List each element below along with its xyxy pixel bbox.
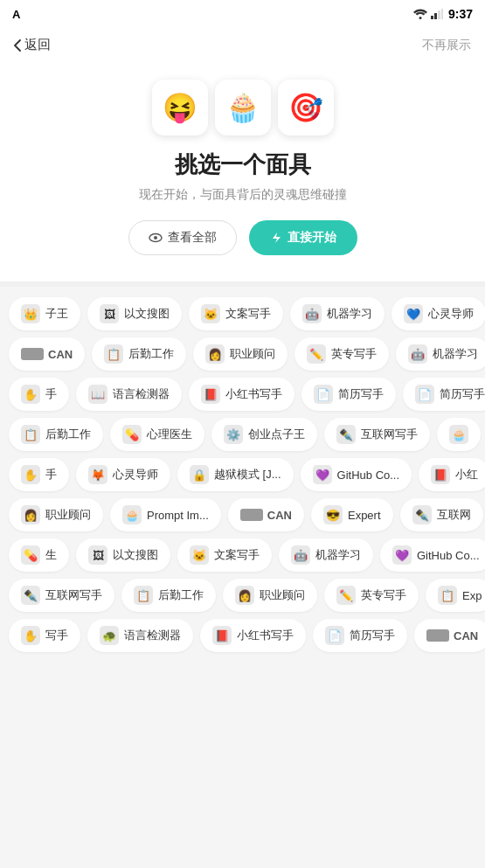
card-item-0-2[interactable]: 🐱文案写手	[189, 297, 283, 330]
card-item-8-2[interactable]: 📕小红书写手	[200, 619, 306, 652]
card-item-7-2[interactable]: 👩职业顾问	[223, 579, 317, 612]
can-label: CAN	[454, 629, 478, 642]
card-icon: 💜	[313, 465, 332, 484]
card-label: 机器学习	[433, 346, 478, 362]
card-item-2-2[interactable]: 📕小红书写手	[189, 378, 294, 411]
card-item-4-1[interactable]: 🦊心灵导师	[76, 458, 170, 491]
card-item-8-0[interactable]: ✋写手	[9, 619, 80, 652]
status-left: A	[12, 8, 20, 21]
card-item-2-1[interactable]: 📖语言检测器	[76, 378, 182, 411]
svg-rect-3	[438, 10, 440, 19]
card-label: 语言检测器	[113, 386, 170, 402]
card-item-1-4[interactable]: 🤖机器学习	[396, 337, 485, 371]
card-icon: 💊	[21, 545, 40, 565]
card-icon: 📕	[212, 626, 232, 645]
card-item-2-3[interactable]: 📄简历写手	[301, 378, 396, 411]
card-icon: ✒️	[412, 505, 432, 524]
card-icon: ✋	[21, 626, 40, 645]
card-icon: 📋	[104, 344, 123, 364]
card-item-3-4[interactable]: 🧁	[437, 418, 481, 451]
card-item-3-3[interactable]: ✒️互联网写手	[324, 418, 430, 451]
card-label: 心灵导师	[113, 467, 158, 483]
card-item-8-1[interactable]: 🐢语言检测器	[87, 619, 193, 652]
card-can-1-0[interactable]: CAN	[9, 337, 85, 371]
card-item-5-0[interactable]: 👩职业顾问	[9, 498, 103, 531]
card-item-7-0[interactable]: ✒️互联网写手	[9, 579, 114, 612]
card-icon: 🔒	[190, 465, 209, 484]
card-label: 小红书写手	[225, 386, 282, 402]
card-label: 心灵导师	[428, 306, 474, 322]
card-icon: 🤖	[302, 304, 322, 323]
cards-row-1: CAN📋后勤工作👩职业顾问✏️英专写手🤖机器学习	[0, 334, 485, 374]
card-icon: ✒️	[336, 425, 356, 444]
card-item-2-0[interactable]: ✋手	[9, 378, 69, 411]
status-right: 9:37	[413, 7, 473, 21]
svg-rect-1	[431, 16, 433, 19]
back-button[interactable]: 返回	[14, 37, 51, 53]
svg-rect-2	[434, 13, 437, 19]
emoji-cards: 😝 🧁 🎯	[152, 80, 334, 135]
card-item-4-3[interactable]: 💜GitHub Co...	[301, 458, 412, 491]
card-icon: 📋	[134, 586, 153, 605]
view-all-button[interactable]: 查看全部	[128, 220, 237, 255]
card-item-4-0[interactable]: ✋手	[9, 458, 69, 491]
card-item-5-3[interactable]: 😎Expert	[311, 498, 393, 531]
card-item-6-2[interactable]: 🐱文案写手	[177, 538, 272, 572]
card-item-1-2[interactable]: 👩职业顾问	[193, 337, 288, 371]
card-icon: 📄	[415, 385, 434, 404]
card-can-8-4[interactable]: CAN	[414, 619, 485, 652]
card-icon: 🧁	[122, 505, 142, 524]
card-item-4-4[interactable]: 📕小红	[419, 458, 485, 491]
no-show-button[interactable]: 不再展示	[422, 38, 471, 53]
card-item-6-4[interactable]: 💜GitHub Co...	[380, 538, 485, 572]
card-item-2-4[interactable]: 📄简历写手	[403, 378, 485, 411]
card-item-7-4[interactable]: 📋Exp	[426, 579, 485, 612]
card-item-3-1[interactable]: 💊心理医生	[110, 418, 204, 451]
card-item-8-3[interactable]: 📄简历写手	[313, 619, 407, 652]
cards-row-8: ✋写手🐢语言检测器📕小红书写手📄简历写手CAN	[0, 615, 485, 656]
card-item-3-2[interactable]: ⚙️创业点子王	[211, 418, 317, 451]
card-icon: 🤖	[291, 545, 310, 565]
card-item-6-0[interactable]: 💊生	[9, 538, 69, 572]
card-can-5-2[interactable]: CAN	[228, 498, 304, 531]
cards-row-5: 👩职业顾问🧁Prompt Im...CAN😎Expert✒️互联网	[0, 495, 485, 535]
card-label: 文案写手	[214, 547, 260, 563]
start-button[interactable]: 直接开始	[249, 220, 357, 255]
card-item-1-1[interactable]: 📋后勤工作	[92, 337, 186, 371]
card-label: 心理医生	[147, 427, 192, 442]
emoji-card-1: 😝	[152, 80, 208, 135]
card-label: 手	[45, 386, 57, 402]
card-item-6-1[interactable]: 🖼以文搜图	[76, 538, 170, 572]
card-label: 职业顾问	[230, 346, 275, 362]
card-label: 语言检测器	[124, 628, 181, 643]
card-label: 手	[45, 467, 57, 483]
card-item-7-1[interactable]: 📋后勤工作	[121, 579, 216, 612]
card-item-3-0[interactable]: 📋后勤工作	[9, 418, 103, 451]
card-icon: 💊	[122, 425, 142, 444]
card-icon: 💜	[392, 545, 412, 565]
card-item-5-1[interactable]: 🧁Prompt Im...	[110, 498, 221, 531]
cards-row-4: ✋手🦊心灵导师🔒越狱模式 [J...💜GitHub Co...📕小红	[0, 455, 485, 495]
top-nav: 返回 不再展示	[0, 28, 485, 62]
lightning-icon	[270, 232, 282, 244]
card-icon: 👩	[235, 586, 254, 605]
card-label: 职业顾问	[45, 507, 91, 523]
card-icon: 👩	[205, 344, 225, 364]
card-item-0-1[interactable]: 🖼以文搜图	[87, 297, 182, 330]
card-item-0-3[interactable]: 🤖机器学习	[290, 297, 385, 330]
card-item-1-3[interactable]: ✏️英专写手	[294, 337, 389, 371]
cards-row-3: 📋后勤工作💊心理医生⚙️创业点子王✒️互联网写手🧁	[0, 414, 485, 455]
card-item-5-4[interactable]: ✒️互联网	[400, 498, 483, 531]
card-icon: 🖼	[88, 545, 107, 565]
card-item-6-3[interactable]: 🤖机器学习	[279, 538, 373, 572]
card-icon: 🐢	[100, 626, 119, 645]
card-label: 小红书写手	[237, 628, 294, 643]
card-item-4-2[interactable]: 🔒越狱模式 [J...	[177, 458, 294, 491]
card-item-7-3[interactable]: ✏️英专写手	[324, 579, 419, 612]
card-label: 英专写手	[331, 346, 377, 362]
card-label: GitHub Co...	[417, 549, 480, 562]
card-item-0-0[interactable]: 👑子王	[9, 297, 80, 330]
can-label: CAN	[48, 348, 73, 361]
card-item-0-4[interactable]: 💙心灵导师	[391, 297, 485, 330]
card-label: 简历写手	[338, 386, 384, 402]
